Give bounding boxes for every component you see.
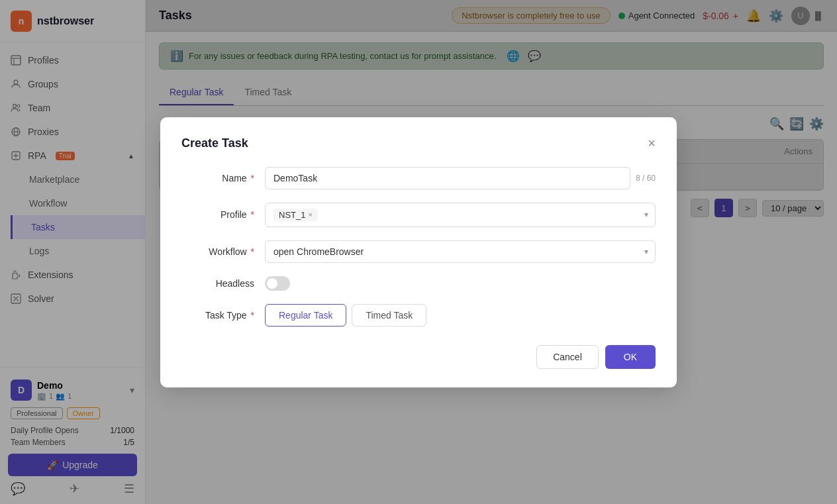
headless-toggle[interactable] — [265, 276, 290, 291]
name-input[interactable] — [265, 167, 630, 189]
headless-label: Headless — [181, 278, 254, 289]
task-type-row: Regular Task Timed Task — [265, 304, 426, 327]
ok-button[interactable]: OK — [605, 345, 656, 369]
form-row-task-type: Task Type * Regular Task Timed Task — [181, 304, 656, 327]
create-task-modal: Create Task × Name * 8 / 60 Profile * NS… — [160, 117, 677, 387]
profile-label: Profile * — [181, 209, 254, 220]
workflow-chevron-icon: ▾ — [644, 247, 648, 256]
modal-overlay: Create Task × Name * 8 / 60 Profile * NS… — [0, 0, 837, 504]
task-type-timed-button[interactable]: Timed Task — [352, 304, 426, 327]
profile-chevron-icon: ▾ — [644, 210, 648, 219]
workflow-select-wrap: open ChromeBrowser ▾ — [265, 240, 656, 263]
modal-footer: Cancel OK — [181, 345, 656, 369]
workflow-label-text: Workflow * — [181, 246, 254, 257]
workflow-value: open ChromeBrowser — [273, 246, 364, 257]
profile-tag-remove[interactable]: × — [308, 211, 312, 219]
workflow-select[interactable]: open ChromeBrowser ▾ — [265, 240, 656, 263]
cancel-button[interactable]: Cancel — [536, 345, 599, 369]
task-type-label: Task Type * — [181, 310, 254, 321]
modal-close-button[interactable]: × — [648, 136, 656, 151]
form-row-workflow: Workflow * open ChromeBrowser ▾ — [181, 240, 656, 263]
form-row-headless: Headless — [181, 276, 656, 291]
profile-select-wrap: NST_1 × ▾ — [265, 203, 656, 227]
profile-select[interactable]: NST_1 × ▾ — [265, 203, 656, 227]
task-type-regular-button[interactable]: Regular Task — [265, 304, 346, 327]
form-row-name: Name * 8 / 60 — [181, 167, 656, 189]
profile-tag: NST_1 × — [273, 209, 318, 221]
profile-tag-value: NST_1 — [279, 210, 305, 220]
name-counter: 8 / 60 — [636, 174, 656, 183]
name-label: Name * — [181, 173, 254, 183]
modal-title: Create Task — [181, 136, 248, 150]
form-row-profile: Profile * NST_1 × ▾ — [181, 203, 656, 227]
name-input-wrap: 8 / 60 — [265, 167, 656, 189]
modal-header: Create Task × — [181, 136, 656, 151]
